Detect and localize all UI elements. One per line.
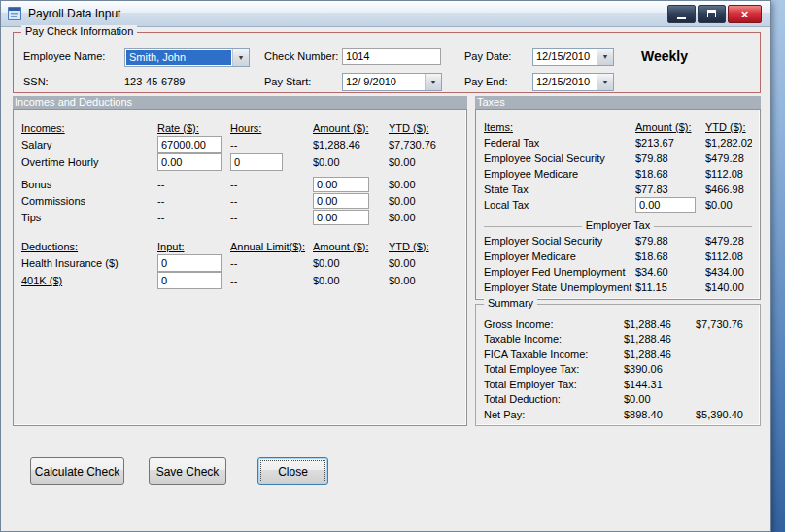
- table-row-employer-ss: Employer Social Security $79.88 $479.28: [484, 233, 752, 249]
- overtime-amount: $0.00: [313, 156, 389, 168]
- taxes-header-row: Items: Amount ($): YTD ($):: [484, 119, 752, 135]
- calculate-check-button[interactable]: Calculate Check: [30, 457, 124, 485]
- pay-date-label: Pay Date:: [464, 50, 511, 62]
- deductions-header-row: Deductions: Input: Annual Limit($): Amou…: [21, 238, 459, 254]
- tips-label: Tips: [21, 212, 157, 223]
- maximize-button[interactable]: [698, 5, 726, 23]
- save-check-button[interactable]: Save Check: [149, 457, 226, 485]
- 401k-amount: $0.00: [313, 275, 389, 286]
- annual-limit-column-header: Annual Limit($):: [230, 241, 313, 252]
- employee-ss-ytd: $479.28: [705, 152, 752, 164]
- total-deduction-amount: $0.00: [624, 393, 696, 405]
- employer-medicare-amount: $18.68: [635, 250, 705, 262]
- minimize-button[interactable]: [667, 5, 696, 23]
- pay-date-value: 12/15/2010: [533, 49, 597, 65]
- employee-medicare-amount: $18.68: [635, 168, 705, 180]
- local-tax-label: Local Tax: [484, 199, 635, 211]
- bonus-rate: --: [157, 179, 230, 190]
- table-row-net-pay: Net Pay: $898.40 $5,390.40: [484, 407, 752, 422]
- employer-tax-group: Employer Tax Employer Social Security $7…: [484, 226, 752, 295]
- 401k-input[interactable]: [157, 272, 222, 289]
- pay-end-dropdown-icon[interactable]: ▼: [597, 74, 613, 90]
- total-employer-tax-amount: $144.31: [624, 379, 696, 390]
- employee-medicare-label: Employee Medicare: [484, 168, 635, 180]
- taxable-income-label: Taxable Income:: [484, 333, 624, 345]
- close-icon: ×: [741, 8, 749, 20]
- 401k-limit: --: [230, 275, 313, 286]
- overtime-rate-input[interactable]: [157, 153, 222, 171]
- pay-end-value: 12/15/2010: [533, 74, 597, 90]
- table-row-local-tax: Local Tax $0.00: [484, 197, 752, 213]
- table-row-state-tax: State Tax $77.83 $466.98: [484, 182, 752, 197]
- ssn-value: 123-45-6789: [124, 76, 185, 87]
- salary-hours: --: [230, 139, 313, 150]
- pay-start-dropdown-icon[interactable]: ▼: [425, 74, 441, 90]
- table-row-federal-tax: Federal Tax $213.67 $1,282.02: [484, 135, 752, 150]
- table-row-total-employer-tax: Total Employer Tax: $144.31: [484, 377, 752, 392]
- salary-rate-input[interactable]: [157, 136, 222, 153]
- table-row-total-employee-tax: Total Employee Tax: $390.06: [484, 362, 752, 378]
- paycheck-group-title: Pay Check Information: [21, 25, 137, 37]
- gross-income-ytd: $7,730.76: [696, 318, 752, 330]
- minimize-icon: [677, 17, 686, 19]
- maximize-icon: [707, 10, 716, 17]
- salary-amount: $1,288.46: [313, 139, 389, 150]
- overtime-label: Overtime Hourly: [21, 156, 157, 168]
- pay-start-picker[interactable]: 12/ 9/2010 ▼: [342, 73, 442, 91]
- close-button[interactable]: ×: [728, 5, 762, 23]
- app-icon: [7, 6, 22, 21]
- bonus-label: Bonus: [21, 179, 157, 190]
- taxable-income-amount: $1,288.46: [624, 333, 696, 345]
- table-row-commissions: Commissions -- -- $0.00: [21, 192, 459, 209]
- pay-frequency-label: Weekly: [641, 49, 688, 64]
- overtime-hours-input[interactable]: [230, 153, 283, 171]
- deductions-amount-column-header: Amount ($):: [313, 241, 389, 252]
- federal-tax-label: Federal Tax: [484, 137, 635, 149]
- health-insurance-amount: $0.00: [313, 257, 389, 269]
- local-tax-input[interactable]: [635, 197, 696, 213]
- incomes-section-header: Incomes and Deductions: [13, 96, 467, 109]
- check-number-label: Check Number:: [264, 50, 338, 62]
- tips-rate: --: [157, 212, 230, 223]
- total-deduction-label: Total Deduction:: [484, 393, 624, 405]
- input-column-header: Input:: [157, 241, 230, 252]
- commissions-amount-input[interactable]: [313, 193, 369, 209]
- table-row-401k: 401K ($) -- $0.00 $0.00: [21, 272, 459, 289]
- table-row-salary: Salary -- $1,288.46 $7,730.76: [21, 136, 459, 153]
- tips-amount-input[interactable]: [313, 210, 369, 225]
- pay-date-picker[interactable]: 12/15/2010 ▼: [532, 48, 614, 66]
- employer-tax-group-title: Employer Tax: [582, 219, 654, 231]
- ytd-column-header: YTD ($):: [389, 122, 459, 134]
- check-number-input[interactable]: [342, 48, 441, 65]
- bonus-amount-input[interactable]: [313, 177, 369, 192]
- employer-state-unemployment-label: Employer State Unemployment: [484, 282, 635, 293]
- taxes-ytd-column-header: YTD ($):: [705, 121, 752, 133]
- incomes-title: Incomes:: [21, 122, 157, 134]
- taxes-amount-column-header: Amount ($):: [635, 121, 705, 133]
- health-insurance-limit: --: [230, 257, 313, 269]
- paycheck-info-group: Pay Check Information Employee Name: Smi…: [13, 32, 761, 93]
- close-check-button[interactable]: Close: [257, 457, 328, 485]
- employee-name-combobox[interactable]: Smith, John ▼: [124, 48, 250, 67]
- employee-ss-label: Employee Social Security: [484, 152, 635, 164]
- employer-state-unemployment-amount: $11.15: [635, 282, 705, 293]
- employee-name-dropdown-icon[interactable]: ▼: [232, 49, 249, 66]
- table-row-taxable-income: Taxable Income: $1,288.46: [484, 332, 752, 348]
- title-bar[interactable]: Payroll Data Input ×: [1, 1, 770, 27]
- pay-end-picker[interactable]: 12/15/2010 ▼: [532, 73, 614, 91]
- taxes-section-header: Taxes: [475, 96, 761, 109]
- table-row-employer-state-unemployment: Employer State Unemployment $11.15 $140.…: [484, 280, 752, 295]
- 401k-ytd: $0.00: [389, 275, 459, 286]
- state-tax-label: State Tax: [484, 183, 635, 195]
- ssn-label: SSN:: [23, 76, 49, 87]
- employer-ss-amount: $79.88: [635, 235, 705, 247]
- employer-ss-label: Employer Social Security: [484, 235, 635, 247]
- gross-income-amount: $1,288.46: [624, 318, 696, 330]
- pay-date-dropdown-icon[interactable]: ▼: [597, 49, 613, 65]
- health-insurance-input[interactable]: [157, 254, 222, 272]
- 401k-label[interactable]: 401K ($): [21, 275, 157, 286]
- salary-ytd: $7,730.76: [389, 139, 459, 150]
- fica-taxable-income-amount: $1,288.46: [624, 349, 696, 360]
- deductions-ytd-column-header: YTD ($):: [389, 241, 459, 252]
- employee-ss-amount: $79.88: [635, 152, 705, 164]
